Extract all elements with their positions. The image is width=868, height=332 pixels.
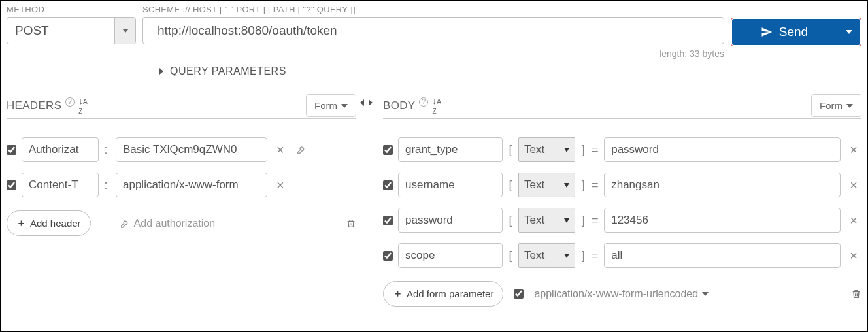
colon: :	[104, 143, 108, 157]
method-value: POST	[7, 18, 114, 44]
body-name-input[interactable]	[398, 208, 503, 233]
bracket-close: ]	[580, 178, 586, 192]
body-type-label: Text	[524, 249, 544, 262]
trash-icon[interactable]	[346, 218, 356, 229]
add-authorization-label: Add authorization	[134, 218, 216, 229]
collapse-right-icon[interactable]	[369, 98, 373, 108]
equals: =	[591, 214, 599, 227]
headers-view-select[interactable]: Form	[306, 94, 356, 117]
equals: =	[591, 178, 599, 192]
body-checkbox[interactable]	[383, 251, 393, 261]
method-dropdown[interactable]: POST	[7, 17, 136, 44]
body-view-label: Form	[820, 100, 843, 111]
sort-icon[interactable]: ↓AZ	[432, 96, 441, 116]
caret-down-icon	[564, 218, 569, 223]
remove-body-param-button[interactable]: ×	[846, 248, 861, 263]
add-header-label: Add header	[30, 218, 81, 229]
query-parameters-label: QUERY PARAMETERS	[170, 65, 286, 77]
length-info: length: 33 bytes	[142, 48, 724, 59]
body-type-label: Text	[524, 178, 544, 191]
key-icon[interactable]	[293, 144, 305, 156]
caret-down-icon[interactable]	[114, 18, 135, 44]
header-name-input[interactable]	[22, 137, 99, 162]
header-checkbox[interactable]	[7, 180, 16, 190]
body-type-select[interactable]: Text	[518, 173, 575, 197]
body-value-input[interactable]	[604, 243, 841, 268]
body-row: [ Text ] = ×	[383, 173, 861, 197]
colon: :	[104, 178, 108, 192]
body-checkbox[interactable]	[383, 180, 393, 190]
bracket-open: [	[508, 143, 513, 157]
header-row: : ×	[7, 137, 356, 162]
caret-down-icon	[702, 292, 709, 296]
help-icon[interactable]: ?	[65, 97, 75, 107]
url-label: SCHEME :// HOST [ ":" PORT ] [ PATH [ "?…	[142, 5, 724, 14]
caret-down-icon	[846, 104, 853, 108]
caret-down-icon	[564, 183, 569, 188]
content-type-select[interactable]: application/x-www-form-urlencoded	[534, 288, 709, 300]
headers-title: HEADERS	[7, 99, 61, 112]
body-row: [ Text ] = ×	[383, 243, 861, 268]
method-label: METHOD	[7, 5, 136, 14]
body-type-select[interactable]: Text	[518, 243, 575, 268]
bracket-open: [	[508, 249, 513, 263]
bracket-close: ]	[580, 249, 586, 263]
body-type-select[interactable]: Text	[518, 137, 575, 162]
key-icon	[117, 218, 129, 229]
url-input[interactable]: http://localhost:8080/oauth/token	[142, 17, 724, 44]
body-value-input[interactable]	[604, 137, 841, 162]
trash-icon[interactable]	[851, 288, 861, 300]
headers-view-label: Form	[314, 100, 337, 111]
body-row: [ Text ] = ×	[383, 137, 861, 162]
remove-body-param-button[interactable]: ×	[846, 142, 861, 158]
header-name-input[interactable]	[22, 173, 99, 197]
send-label: Send	[779, 25, 808, 39]
plus-icon: ＋	[393, 288, 403, 300]
body-checkbox[interactable]	[383, 216, 393, 225]
body-type-label: Text	[524, 143, 544, 156]
body-name-input[interactable]	[398, 243, 503, 268]
add-form-parameter-label: Add form parameter	[407, 288, 493, 299]
remove-body-param-button[interactable]: ×	[846, 178, 861, 193]
body-title: BODY	[383, 99, 415, 112]
body-value-input[interactable]	[604, 208, 841, 233]
plus-icon: ＋	[16, 217, 26, 229]
equals: =	[591, 143, 599, 157]
caret-down-icon	[564, 148, 569, 152]
remove-header-button[interactable]: ×	[273, 178, 288, 193]
sort-icon[interactable]: ↓AZ	[78, 96, 88, 116]
header-row: : ×	[7, 173, 356, 197]
equals: =	[591, 249, 599, 263]
bracket-open: [	[508, 178, 513, 192]
body-name-input[interactable]	[398, 137, 503, 162]
bracket-close: ]	[580, 214, 586, 227]
header-value-input[interactable]	[116, 137, 267, 162]
header-value-input[interactable]	[116, 173, 267, 197]
body-type-label: Text	[524, 214, 544, 227]
query-parameters-toggle[interactable]: QUERY PARAMETERS	[159, 65, 861, 77]
add-authorization-link[interactable]: Add authorization	[117, 218, 216, 229]
content-type-label: application/x-www-form-urlencoded	[534, 288, 698, 300]
body-row: [ Text ] = ×	[383, 208, 861, 233]
header-checkbox[interactable]	[7, 145, 16, 155]
caret-down-icon	[564, 254, 569, 258]
body-view-select[interactable]: Form	[811, 94, 861, 117]
add-header-button[interactable]: ＋ Add header	[7, 210, 91, 236]
send-dropdown-toggle[interactable]	[837, 19, 860, 45]
body-type-select[interactable]: Text	[518, 208, 575, 233]
remove-header-button[interactable]: ×	[273, 142, 288, 158]
paper-plane-icon	[761, 26, 773, 38]
help-icon[interactable]: ?	[419, 97, 428, 107]
bracket-close: ]	[580, 143, 586, 157]
remove-body-param-button[interactable]: ×	[846, 213, 861, 228]
send-button[interactable]: Send	[732, 19, 860, 45]
add-form-parameter-button[interactable]: ＋ Add form parameter	[383, 281, 503, 307]
body-name-input[interactable]	[398, 173, 503, 197]
body-checkbox[interactable]	[383, 145, 393, 155]
body-value-input[interactable]	[604, 173, 841, 197]
caret-right-icon	[159, 68, 163, 75]
bracket-open: [	[508, 214, 513, 227]
content-type-checkbox[interactable]	[514, 289, 524, 299]
caret-down-icon	[341, 104, 348, 108]
